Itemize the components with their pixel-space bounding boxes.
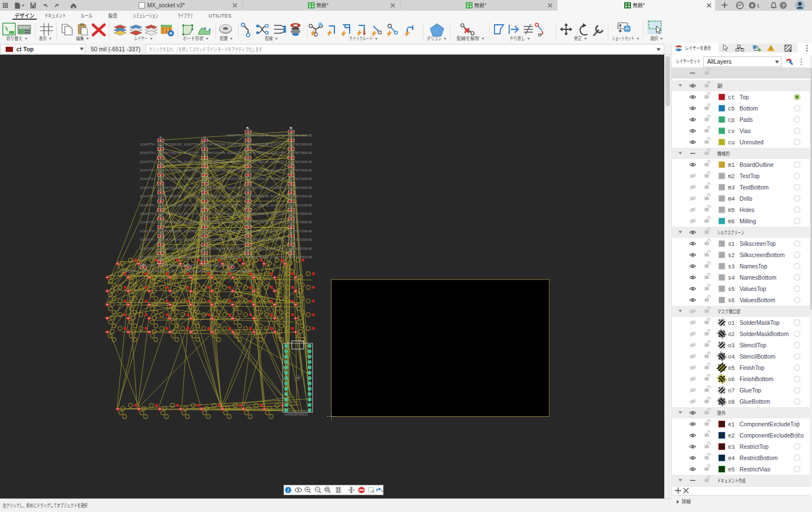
svg-text:SCHOTTKY_VERT5KT1600-B3: SCHOTTKY_VERT5KT1600-B3 xyxy=(227,186,269,189)
svg-text:e4: e4 xyxy=(728,456,735,462)
svg-text:o1: o1 xyxy=(728,320,735,326)
svg-text:m4: m4 xyxy=(728,196,735,202)
svg-text:SCHOTTKY_VERT5KT1000-B0: SCHOTTKY_VERT5KT1000-B0 xyxy=(184,151,226,155)
svg-text:SCHOTTKY_VERT5KT1600-B3: SCHOTTKY_VERT5KT1600-B3 xyxy=(140,264,182,267)
svg-text:GlueTop: GlueTop xyxy=(740,387,762,394)
svg-text:cu: cu xyxy=(728,140,735,146)
svg-text:NamesTop: NamesTop xyxy=(740,263,767,270)
svg-text:SCHOTTKY_VERT5KT3600-B3: SCHOTTKY_VERT5KT3600-B3 xyxy=(140,220,182,224)
svg-text:ValuesTop: ValuesTop xyxy=(740,286,767,292)
svg-text:RestrictVias: RestrictVias xyxy=(740,466,771,473)
svg-text:SCHOTTKY_VERT5KT1600-B3: SCHOTTKY_VERT5KT1600-B3 xyxy=(140,247,182,250)
svg-text:SCHOTTKY_VERT5KT1000-B0: SCHOTTKY_VERT5KT1000-B0 xyxy=(227,169,269,172)
svg-text:SCHOTTKY_VERT5KT1000-B0: SCHOTTKY_VERT5KT1000-B0 xyxy=(227,143,269,146)
svg-text:SCHOTTKY_VERT5KT1600-B3: SCHOTTKY_VERT5KT1600-B3 xyxy=(184,255,226,259)
svg-text:?: ? xyxy=(782,2,785,8)
svg-text:SCHOTTKY_VERT5KT1000-B0: SCHOTTKY_VERT5KT1000-B0 xyxy=(184,247,226,250)
svg-text:SCHOTTKY_VERT5KT3600-B3: SCHOTTKY_VERT5KT3600-B3 xyxy=(271,151,312,155)
svg-text:SCHOTTKY_VERT5KT1000-B0: SCHOTTKY_VERT5KT1000-B0 xyxy=(184,212,226,215)
svg-text:o5: o5 xyxy=(728,365,735,372)
svg-text:TestBottom: TestBottom xyxy=(740,184,769,191)
svg-text:SCHOTTKY_VERT5KT1600-B3: SCHOTTKY_VERT5KT1600-B3 xyxy=(140,177,182,180)
svg-text:o6: o6 xyxy=(728,377,735,383)
svg-text:TestTop: TestTop xyxy=(740,173,760,179)
svg-text:ComponentExcludeTop: ComponentExcludeTop xyxy=(740,421,800,427)
svg-text:SCHOTTKY_VERT5KT3600-B3: SCHOTTKY_VERT5KT3600-B3 xyxy=(184,204,226,207)
svg-text:Holes: Holes xyxy=(740,207,754,213)
svg-text:FinishTop: FinishTop xyxy=(740,365,765,371)
svg-text:SCHOTTKY_VERT5KT3000-B3: SCHOTTKY_VERT5KT3000-B3 xyxy=(271,134,312,137)
svg-text:e2: e2 xyxy=(728,433,735,439)
svg-text:SCHOTTKY_VERT5KT1600-B3: SCHOTTKY_VERT5KT1600-B3 xyxy=(140,229,182,233)
svg-text:SCHOTTKY_VERT5KT1600-B3: SCHOTTKY_VERT5KT1600-B3 xyxy=(140,160,182,164)
svg-text:o7: o7 xyxy=(728,388,735,394)
svg-text:SCHOTTKY_VERT5KT1600-B3: SCHOTTKY_VERT5KT1600-B3 xyxy=(140,169,182,172)
svg-text:SCHOTTKY_VERT5KT3600-B3: SCHOTTKY_VERT5KT3600-B3 xyxy=(227,204,269,207)
svg-text:SCHOTTKY_VERT5KT3000-B3: SCHOTTKY_VERT5KT3000-B3 xyxy=(271,238,312,241)
svg-text:SCHOTTKY_VERT5KT3600-B3: SCHOTTKY_VERT5KT3600-B3 xyxy=(227,229,269,233)
svg-text:StencilBottom: StencilBottom xyxy=(740,354,776,360)
svg-text:SCHOTTKY_VERT5KT3600-B3: SCHOTTKY_VERT5KT3600-B3 xyxy=(184,238,226,241)
svg-text:SCHOTTKY_VERT5KT3600-B3: SCHOTTKY_VERT5KT3600-B3 xyxy=(227,151,269,155)
svg-text:s2: s2 xyxy=(728,253,735,259)
svg-text:Top: Top xyxy=(740,94,749,100)
svg-text:JA3H6O9RYRH4O3: JA3H6O9RYRH4O3 xyxy=(284,413,308,416)
svg-text:SCHOTTKY_VERT5KT1600-B3: SCHOTTKY_VERT5KT1600-B3 xyxy=(271,143,312,146)
svg-text:SCHOTTKY_VERT5KT1600-B3: SCHOTTKY_VERT5KT1600-B3 xyxy=(271,169,312,172)
svg-text:1: 1 xyxy=(757,3,760,8)
svg-text:SCHOTTKY_VERT5KT1000-B0: SCHOTTKY_VERT5KT1000-B0 xyxy=(184,195,226,198)
svg-text:o4: o4 xyxy=(728,354,735,360)
svg-text:SCHOTTKY_VERT5KT1600-B3: SCHOTTKY_VERT5KT1600-B3 xyxy=(184,220,226,224)
svg-text:SCHOTTKY_VERT5KT3600-B3: SCHOTTKY_VERT5KT3600-B3 xyxy=(227,255,269,259)
svg-text:SCHOTTKY_VERT5KT1600-B3: SCHOTTKY_VERT5KT1600-B3 xyxy=(227,177,269,180)
svg-text:NamesBottom: NamesBottom xyxy=(740,275,776,281)
svg-text:m6: m6 xyxy=(728,219,735,225)
svg-text:cv: cv xyxy=(728,129,735,135)
svg-text:SCHOTTKY_VERT5KT3600-B3: SCHOTTKY_VERT5KT3600-B3 xyxy=(184,264,226,267)
svg-text:SCHOTTKY_VERT5KT3000-B3: SCHOTTKY_VERT5KT3000-B3 xyxy=(227,247,269,250)
svg-text:SCHOTTKY_VERT5KT1600-B3: SCHOTTKY_VERT5KT1600-B3 xyxy=(271,195,312,198)
svg-text:SCHOTTKY_VERT5KT1600-B3: SCHOTTKY_VERT5KT1600-B3 xyxy=(122,270,164,273)
svg-text:SCHOTTKY_VERT5KT1000-B0: SCHOTTKY_VERT5KT1000-B0 xyxy=(184,169,226,172)
svg-text:SCHOTTKY_VERT5KT1000-B0: SCHOTTKY_VERT5KT1000-B0 xyxy=(271,229,312,233)
svg-text:SCHOTTKY_VERT5KT1000-B0: SCHOTTKY_VERT5KT1000-B0 xyxy=(271,247,312,250)
svg-text:SCHOTTKY_VERT5KT1000-B0: SCHOTTKY_VERT5KT1000-B0 xyxy=(227,160,269,164)
svg-text:SCHOTTKY_VERT5KT1600-B3: SCHOTTKY_VERT5KT1600-B3 xyxy=(184,229,226,233)
svg-text:SCHOTTKY_VERT5KT1000-B0: SCHOTTKY_VERT5KT1000-B0 xyxy=(271,204,312,207)
svg-text:SCHOTTKY_VERT5KT3000-B3: SCHOTTKY_VERT5KT3000-B3 xyxy=(184,160,226,164)
svg-text:RestrictBottom: RestrictBottom xyxy=(740,455,778,461)
svg-text:SCHOTTKY_VERT5KT3000-B3: SCHOTTKY_VERT5KT3000-B3 xyxy=(140,186,182,189)
svg-text:SCHOTTKY_VERT5KT1600-B3: SCHOTTKY_VERT5KT1600-B3 xyxy=(184,143,226,146)
svg-text:SCHOTTKY_VERT5KT3600-B3: SCHOTTKY_VERT5KT3600-B3 xyxy=(271,212,312,215)
svg-text:SCHOTTKY_VERT5KT3600-B3: SCHOTTKY_VERT5KT3600-B3 xyxy=(140,195,182,198)
svg-text:SCHOTTKY_VERT5KT3000-B3: SCHOTTKY_VERT5KT3000-B3 xyxy=(210,270,252,273)
svg-text:FinishBottom: FinishBottom xyxy=(740,376,774,382)
svg-text:Milling: Milling xyxy=(740,218,756,224)
svg-text:SilkscreenBottom: SilkscreenBottom xyxy=(740,252,785,258)
svg-text:e1: e1 xyxy=(728,422,735,428)
svg-text:SCHOTTKY_VERT5KT1000-B0: SCHOTTKY_VERT5KT1000-B0 xyxy=(227,220,269,224)
svg-text:SCHOTTKY_VERT5KT3000-B3: SCHOTTKY_VERT5KT3000-B3 xyxy=(271,220,312,224)
svg-text:o2: o2 xyxy=(728,332,735,338)
svg-text:Unrouted: Unrouted xyxy=(740,139,764,145)
svg-text:e3: e3 xyxy=(728,444,735,451)
svg-text:cp: cp xyxy=(728,117,735,123)
svg-text:m2: m2 xyxy=(728,174,735,180)
svg-text:SCHOTTKY_VERT5KT3000-B3: SCHOTTKY_VERT5KT3000-B3 xyxy=(271,186,312,189)
svg-text:SCHOTTKY_VERT5KT3000-B3: SCHOTTKY_VERT5KT3000-B3 xyxy=(140,212,182,215)
svg-text:SCHOTTKY_VERT5KT1000-B0: SCHOTTKY_VERT5KT1000-B0 xyxy=(167,270,209,273)
svg-text:SCHOTTKY_VERT5KT1000-B0: SCHOTTKY_VERT5KT1000-B0 xyxy=(140,238,182,241)
svg-text:SCHOTTKY_VERT5KT3000-B3: SCHOTTKY_VERT5KT3000-B3 xyxy=(227,238,269,241)
svg-text:SolderMaskBottom: SolderMaskBottom xyxy=(740,331,789,337)
svg-text:SCHOTTKY_VERT5KT1600-B3: SCHOTTKY_VERT5KT1600-B3 xyxy=(227,195,269,198)
svg-text:RestrictTop: RestrictTop xyxy=(740,444,769,450)
svg-text:s1: s1 xyxy=(728,241,735,248)
svg-text:Drills: Drills xyxy=(740,196,753,202)
svg-text:s6: s6 xyxy=(728,298,735,304)
svg-text:m1: m1 xyxy=(728,162,735,169)
svg-text:ValuesBottom: ValuesBottom xyxy=(740,297,775,303)
svg-text:o8: o8 xyxy=(728,399,735,405)
svg-text:SCHOTTKY_VERT5KT3000-B3: SCHOTTKY_VERT5KT3000-B3 xyxy=(140,204,182,207)
svg-text:SCHOTTKY_VERT5KT1000-B0: SCHOTTKY_VERT5KT1000-B0 xyxy=(140,143,182,146)
svg-text:SCHOTTKY_VERT5KT3000-B3: SCHOTTKY_VERT5KT3000-B3 xyxy=(227,212,269,215)
